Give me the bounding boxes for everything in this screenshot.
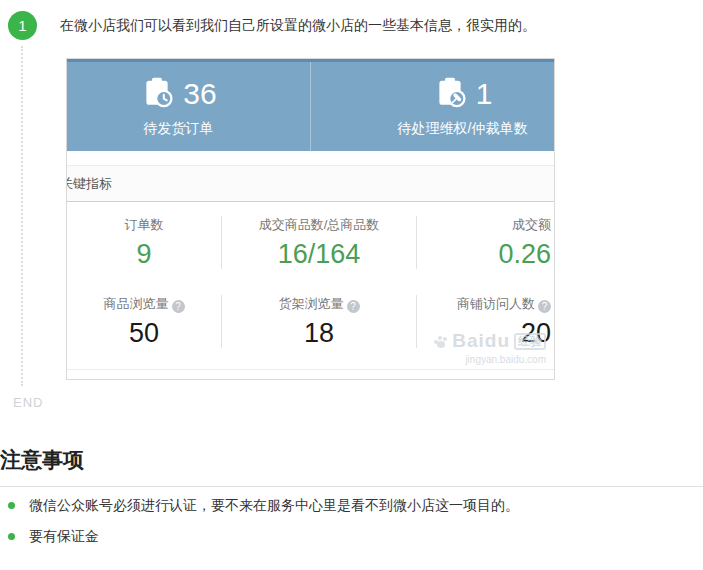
metric-label: 成交额 xyxy=(417,216,551,234)
tutorial-page: 1 END 在微小店我们可以看到我们自己所设置的微小店的一些基本信息，很实用的。 xyxy=(0,0,703,570)
bullet-dot-icon xyxy=(8,533,15,540)
pending-disputes-value: 1 xyxy=(476,77,493,111)
metric-value: 9 xyxy=(67,239,221,269)
pending-disputes-stat: 1 待处理维权/仲裁单数 xyxy=(311,62,554,151)
pending-disputes-label: 待处理维权/仲裁单数 xyxy=(398,120,528,138)
list-item: 要有保证金 xyxy=(6,528,696,546)
watermark-suffix: 经验 xyxy=(514,333,546,350)
bullet-dot-icon xyxy=(8,502,15,509)
metric-label: 商品浏览量? xyxy=(67,295,221,313)
key-metrics-header: 关键指标 xyxy=(67,165,554,202)
step-connector-line xyxy=(21,46,23,386)
header-gap xyxy=(67,151,554,165)
notes-list: 微信公众账号必须进行认证，要不来在服务中心里是看不到微小店这一项目的。 要有保证… xyxy=(6,497,696,559)
note-text: 要有保证金 xyxy=(29,528,99,546)
metric-label: 商铺访问人数? xyxy=(417,295,551,313)
help-icon: ? xyxy=(172,300,185,313)
metric-value: 16/164 xyxy=(222,239,416,269)
pending-shipments-label: 待发货订单 xyxy=(144,120,214,138)
metric-label: 订单数 xyxy=(67,216,221,234)
metric-value: 0.26 xyxy=(417,239,551,269)
dashboard-screenshot[interactable]: 36 待发货订单 xyxy=(66,58,555,380)
metric-value: 18 xyxy=(222,318,416,348)
metric-turnover: 成交额 0.26 xyxy=(417,216,554,269)
step-number-badge: 1 xyxy=(8,11,37,40)
dashboard-bottom-divider xyxy=(67,369,554,370)
baidu-jingyan-watermark: Baidu 经验 jingyan.baidu.com xyxy=(434,331,546,365)
note-text: 微信公众账号必须进行认证，要不来在服务中心里是看不到微小店这一项目的。 xyxy=(29,497,519,515)
baidu-paw-icon xyxy=(434,336,448,348)
metric-orders: 订单数 9 xyxy=(67,216,222,269)
metric-label: 货架浏览量? xyxy=(222,295,416,313)
watermark-domain: jingyan.baidu.com xyxy=(434,354,546,365)
metric-shelf-views: 货架浏览量? 18 xyxy=(222,295,417,348)
metric-product-views: 商品浏览量? 50 xyxy=(67,295,222,348)
metrics-row-1: 订单数 9 成交商品数/总商品数 16/164 成交额 0.26 xyxy=(67,202,554,281)
key-metrics-title: 关键指标 xyxy=(67,166,112,201)
notes-divider xyxy=(0,486,703,487)
dashboard-header: 36 待发货订单 xyxy=(67,59,554,151)
clipboard-clock-icon xyxy=(140,75,174,113)
step-text: 在微小店我们可以看到我们自己所设置的微小店的一些基本信息，很实用的。 xyxy=(60,17,536,35)
pending-shipments-value: 36 xyxy=(183,77,216,111)
metric-label: 成交商品数/总商品数 xyxy=(222,216,416,234)
help-icon: ? xyxy=(347,300,360,313)
pending-shipments-stat: 36 待发货订单 xyxy=(67,62,311,151)
steps-end-label: END xyxy=(13,395,43,410)
metric-sold-vs-total: 成交商品数/总商品数 16/164 xyxy=(222,216,417,269)
notes-title: 注意事项 xyxy=(0,446,84,474)
metric-value: 50 xyxy=(67,318,221,348)
clipboard-gavel-icon xyxy=(433,75,467,113)
help-icon: ? xyxy=(538,300,551,313)
watermark-brand: Baidu xyxy=(452,331,510,352)
list-item: 微信公众账号必须进行认证，要不来在服务中心里是看不到微小店这一项目的。 xyxy=(6,497,696,515)
